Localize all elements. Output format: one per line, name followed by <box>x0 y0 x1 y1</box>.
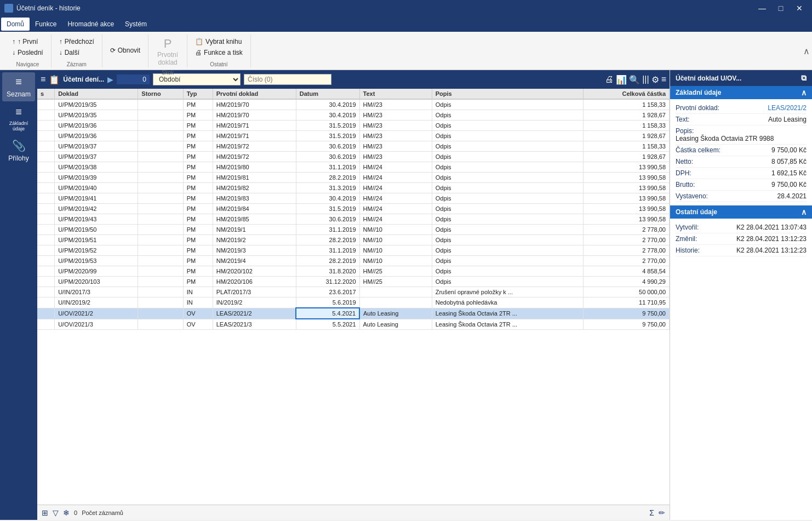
table-cell: NM/2019/3 <box>213 245 296 256</box>
table-cell: NM//10 <box>359 245 432 256</box>
table-row[interactable]: U/OV/2021/2OVLEAS/2021/25.4.2021Auto Lea… <box>37 308 670 319</box>
section-zakladni-udaje-header: Základní údaje ∧ <box>670 86 812 99</box>
arrow-down2-icon: ↓ <box>59 49 62 56</box>
col-popis[interactable]: Popis <box>432 89 583 99</box>
table-row[interactable]: U/PM/2019/50PMNM/2019/131.1.2019NM//10Od… <box>37 225 670 235</box>
minimize-button[interactable]: — <box>754 0 770 16</box>
table-row[interactable]: U/PM/2019/36PMHM/2019/7131.5.2019HM//23O… <box>37 121 670 131</box>
section-zakladni-udaje-title: Základní údaje <box>676 89 721 96</box>
grid-view-icon[interactable]: ⊞ <box>42 508 48 517</box>
table-cell: 1 158,33 <box>583 141 669 152</box>
table-row[interactable]: U/PM/2019/38PMHM/2019/8031.1.2019HM//24O… <box>37 162 670 173</box>
col-s: s <box>37 89 55 99</box>
col-typ[interactable]: Typ <box>183 89 213 99</box>
btn-prvotni-doklad[interactable]: P Prvotnídoklad <box>153 35 182 68</box>
sum-icon[interactable]: Σ <box>649 508 654 517</box>
sidebar-item-prilohy[interactable]: 📎 Přílohy <box>2 136 35 165</box>
table-row[interactable]: U/PM/2019/51PMNM/2019/228.2.2019NM//10Od… <box>37 235 670 245</box>
btn-vybrat-knihu[interactable]: 📋 Vybrat knihu <box>192 37 246 47</box>
table-row[interactable]: U/PM/2019/37PMHM/2019/7230.6.2019HM//23O… <box>37 152 670 162</box>
table-cell <box>138 152 183 162</box>
table-row[interactable]: U/OV/2021/3OVLEAS/2021/35.5.2021Auto Lea… <box>37 319 670 330</box>
table-cell: U/PM/2019/39 <box>55 173 138 183</box>
table-cell: PM <box>183 225 213 235</box>
col-castka[interactable]: Celková částka <box>583 89 669 99</box>
table-cell <box>138 131 183 141</box>
table-cell: HM/2019/71 <box>213 121 296 131</box>
table-cell: 2 770,00 <box>583 235 669 245</box>
menu-item-system[interactable]: Systém <box>119 18 152 31</box>
close-button[interactable]: ✕ <box>791 0 808 16</box>
table-cell <box>138 256 183 266</box>
table-cell: U/PM/2020/103 <box>55 277 138 287</box>
table-search-input[interactable] <box>117 75 150 84</box>
table-nav-arrow[interactable]: ▶ <box>107 75 113 84</box>
toolbar-collapse-button[interactable]: ∧ <box>803 45 810 56</box>
table-row[interactable]: U/PM/2019/43PMHM/2019/8530.6.2019HM//24O… <box>37 214 670 225</box>
table-row[interactable]: U/PM/2019/40PMHM/2019/8231.3.2019HM//24O… <box>37 183 670 193</box>
table-cell: 30.4.2019 <box>296 99 359 110</box>
sidebar-item-seznam[interactable]: ≡ Seznam <box>2 72 35 101</box>
table-row[interactable]: U/PM/2020/103PMHM/2020/10631.12.2020HM//… <box>37 277 670 287</box>
more-action-icon[interactable]: ≡ <box>661 75 666 84</box>
table-row[interactable]: U/PM/2019/39PMHM/2019/8128.2.2019HM//24O… <box>37 173 670 183</box>
table-cell: U/IN/2019/2 <box>55 297 138 308</box>
print-action-icon[interactable]: 🖨 <box>605 75 614 84</box>
right-panel-expand-icon[interactable]: ⧉ <box>801 73 807 83</box>
table-cell: Odpis <box>432 204 583 214</box>
table-row[interactable]: U/PM/2019/35PMHM/2019/7030.4.2019HM//23O… <box>37 99 670 110</box>
table-row[interactable]: U/PM/2019/53PMNM/2019/428.2.2019NM//10Od… <box>37 256 670 266</box>
table-cell: IN/2019/2 <box>213 297 296 308</box>
btn-predchozi[interactable]: ↑ Předchozí <box>56 37 98 47</box>
menu-item-domu[interactable]: Domů <box>1 18 30 31</box>
table-row[interactable]: U/PM/2019/52PMNM/2019/331.1.2019NM//10Od… <box>37 245 670 256</box>
sidebar-seznam-label: Seznam <box>7 90 31 98</box>
col-doklad[interactable]: Doklad <box>55 89 138 99</box>
sidebar-item-zakladni-udaje[interactable]: ≡ Základníúdaje <box>2 102 35 135</box>
snowflake-icon[interactable]: ❄ <box>63 508 70 517</box>
table-cell: HM//24 <box>359 204 432 214</box>
table-row[interactable]: U/PM/2019/36PMHM/2019/7131.5.2019HM//23O… <box>37 131 670 141</box>
table-row[interactable]: U/PM/2019/37PMHM/2019/7230.6.2019HM//23O… <box>37 141 670 152</box>
col-datum[interactable]: Datum <box>296 89 359 99</box>
btn-dalsi[interactable]: ↓ Další <box>56 48 98 58</box>
table-row[interactable]: U/IN/2019/2ININ/2019/25.6.2019Nedobytná … <box>37 297 670 308</box>
table-cell: NM//10 <box>359 235 432 245</box>
edit-icon[interactable]: ✏ <box>659 508 665 517</box>
menu-item-funkce[interactable]: Funkce <box>30 18 62 31</box>
table-number-input[interactable] <box>244 74 331 85</box>
btn-prvni[interactable]: ↑ ↑ První <box>9 37 47 47</box>
title-bar: Účetní deník - historie — □ ✕ <box>0 0 812 16</box>
menu-item-hromadne-akce[interactable]: Hromadné akce <box>62 18 119 31</box>
table-cell: HM/2019/72 <box>213 152 296 162</box>
table-cell <box>37 245 55 256</box>
table-row[interactable]: U/PM/2019/42PMHM/2019/8431.5.2019HM//24O… <box>37 204 670 214</box>
col-storno[interactable]: Storno <box>138 89 183 99</box>
columns-action-icon[interactable]: ||| <box>642 75 649 84</box>
table-row[interactable]: U/IN/2017/3INPLAT/2017/323.6.2017Zrušení… <box>37 287 670 297</box>
table-cell: NM//10 <box>359 225 432 235</box>
table-cell <box>37 266 55 277</box>
filter-count: 0 <box>74 509 77 516</box>
table-row[interactable]: U/PM/2019/35PMHM/2019/7030.4.2019HM//23O… <box>37 110 670 121</box>
table-cell: PM <box>183 162 213 173</box>
section1-collapse-icon[interactable]: ∧ <box>801 88 807 97</box>
section2-collapse-icon[interactable]: ∧ <box>801 208 807 216</box>
col-text[interactable]: Text <box>359 89 432 99</box>
table-row[interactable]: U/PM/2020/99PMHM/2020/10231.8.2020HM//25… <box>37 266 670 277</box>
table-cell <box>138 245 183 256</box>
zmenil-label: Změnil: <box>676 235 697 243</box>
table-cell: U/OV/2021/3 <box>55 319 138 330</box>
btn-posledni[interactable]: ↓ Poslední <box>9 48 47 58</box>
table-cell: 31.5.2019 <box>296 131 359 141</box>
btn-obnovit[interactable]: ⟳ Obnovit <box>107 45 144 55</box>
settings-action-icon[interactable]: ⚙ <box>651 75 659 85</box>
col-prvotni-doklad[interactable]: Prvotní doklad <box>213 89 296 99</box>
btn-funkce-a-tisk[interactable]: 🖨 Funkce a tisk <box>192 48 246 58</box>
table-row[interactable]: U/PM/2019/41PMHM/2019/8330.4.2019HM//24O… <box>37 193 670 204</box>
maximize-button[interactable]: □ <box>773 0 789 16</box>
filter-icon[interactable]: ▽ <box>53 508 59 517</box>
chart-action-icon[interactable]: 📊 <box>616 75 627 85</box>
search-action-icon[interactable]: 🔍 <box>629 75 640 85</box>
table-menu-icon[interactable]: ≡ <box>41 75 45 84</box>
